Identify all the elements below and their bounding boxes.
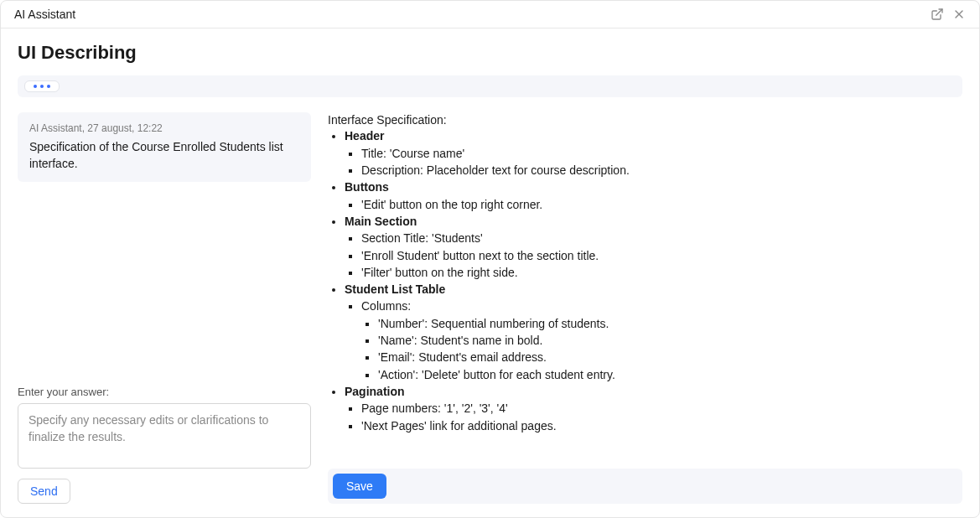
spec-section-title: Header: [345, 129, 384, 142]
spec-item: Description: Placeholder text for course…: [361, 163, 962, 179]
spec-section: Main Section Section Title: 'Students' '…: [345, 214, 962, 281]
spec-item: Page numbers: '1', '2', '3', '4': [361, 401, 962, 417]
content-area: AI Assistant, 27 august, 12:22 Specifica…: [1, 97, 979, 517]
spec-section-title: Pagination: [345, 385, 405, 398]
spec-item-text: Columns:: [361, 299, 411, 313]
send-button[interactable]: Send: [18, 479, 70, 504]
spec-item: Title: 'Course name': [361, 146, 962, 162]
spec-item: Columns: 'Number': Sequential numbering …: [361, 298, 962, 383]
spec-item: Section Title: 'Students': [361, 231, 962, 246]
loading-indicator: [24, 80, 60, 92]
left-pane: AI Assistant, 27 august, 12:22 Specifica…: [18, 97, 311, 504]
answer-label: Enter your answer:: [18, 386, 311, 398]
spec-item: 'Edit' button on the top right corner.: [361, 197, 962, 213]
spec-section: Pagination Page numbers: '1', '2', '3', …: [345, 384, 962, 434]
window: AI Assistant UI Describing AI Assistant,…: [0, 0, 980, 518]
spec-content: Interface Specification: Header Title: '…: [328, 112, 962, 462]
spec-section: Buttons 'Edit' button on the top right c…: [345, 179, 962, 213]
spec-item: 'Next Pages' link for additional pages.: [361, 418, 962, 434]
save-bar: Save: [328, 469, 962, 504]
close-icon[interactable]: [952, 8, 966, 21]
window-title: AI Assistant: [14, 8, 75, 21]
assistant-message: AI Assistant, 27 august, 12:22 Specifica…: [18, 112, 311, 182]
spec-section-title: Buttons: [345, 180, 389, 194]
open-external-icon[interactable]: [931, 8, 944, 21]
dot-icon: [34, 85, 37, 88]
spec-lead: Interface Specification:: [328, 112, 962, 128]
titlebar: AI Assistant: [1, 1, 979, 28]
spec-subitem: 'Action': 'Delete' button for each stude…: [378, 367, 962, 383]
loading-banner: [18, 75, 962, 97]
message-body: Specification of the Course Enrolled Stu…: [29, 139, 299, 172]
spec-section-title: Student List Table: [345, 282, 445, 296]
page-title: UI Describing: [18, 42, 962, 64]
message-meta: AI Assistant, 27 august, 12:22: [29, 122, 299, 134]
save-button[interactable]: Save: [333, 474, 386, 499]
spec-item: 'Enroll Student' button next to the sect…: [361, 248, 962, 264]
answer-input[interactable]: [18, 403, 311, 469]
spec-subitem: 'Email': Student's email address.: [378, 350, 962, 365]
header-area: UI Describing: [1, 28, 979, 97]
svg-line-0: [936, 9, 942, 15]
spec-subitem: 'Name': Student's name in bold.: [378, 333, 962, 349]
titlebar-actions: [931, 8, 966, 21]
right-pane: Interface Specification: Header Title: '…: [328, 97, 962, 504]
spec-list: Header Title: 'Course name' Description:…: [328, 128, 962, 434]
spec-section-title: Main Section: [345, 215, 417, 228]
spec-subitem: 'Number': Sequential numbering of studen…: [378, 316, 962, 332]
spec-section: Student List Table Columns: 'Number': Se…: [345, 282, 962, 383]
dot-icon: [40, 85, 44, 88]
dot-icon: [47, 85, 50, 88]
spec-section: Header Title: 'Course name' Description:…: [345, 128, 962, 179]
spec-item: 'Filter' button on the right side.: [361, 265, 962, 281]
